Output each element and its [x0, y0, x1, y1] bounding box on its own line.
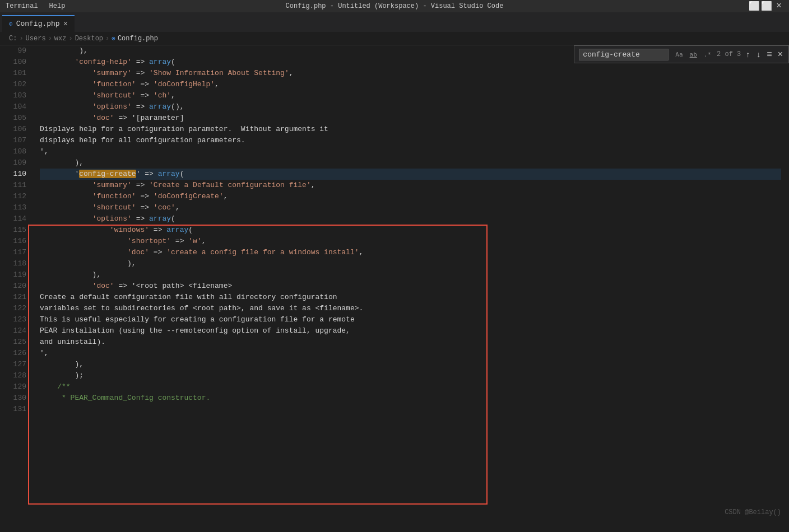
code-line: ', [40, 348, 781, 359]
code-line: 'function' => 'doConfigHelp', [40, 79, 781, 90]
php-icon: ⊙ [112, 35, 115, 42]
code-line: ); [40, 370, 781, 381]
search-next-button[interactable]: ↓ [755, 50, 762, 59]
search-prev-button[interactable]: ↑ [744, 50, 751, 59]
scrollbar[interactable] [781, 45, 789, 532]
code-line: This is useful especially for creating a… [40, 314, 781, 325]
code-line: 'doc' => '[parameter] [40, 113, 781, 124]
code-line: * PEAR_Command_Config constructor. [40, 393, 781, 404]
code-line: Displays help for a configuration parame… [40, 124, 781, 135]
breadcrumb-desktop[interactable]: Desktop [75, 35, 103, 43]
tab-label: Config.php [16, 20, 60, 28]
search-count: 2 of 3 [717, 50, 741, 58]
tab-config-php[interactable]: ⊙ Config.php × [2, 15, 75, 32]
search-options: Aa ab .* [673, 50, 713, 59]
code-editor[interactable]: 9910010110210310410510610710810911011111… [0, 45, 789, 532]
code-line: 'doc' => '<root path> <filename> [40, 281, 781, 292]
code-line: ), [40, 157, 781, 169]
code-line: 'function' => 'doConfigCreate', [40, 191, 781, 202]
breadcrumb-wxz[interactable]: wxz [54, 35, 67, 43]
search-close-button[interactable]: × [777, 49, 784, 59]
whole-word-button[interactable]: ab [688, 50, 699, 59]
code-line: 'shortcut' => 'ch', [40, 90, 781, 101]
search-input[interactable] [579, 49, 669, 60]
editor-container: Aa ab .* 2 of 3 ↑ ↓ ≡ × 9910010110210310… [0, 45, 789, 532]
line-numbers: 9910010110210310410510610710810911011111… [0, 45, 31, 532]
tab-bar: ⊙ Config.php × [0, 12, 789, 32]
code-line: variables set to subdirectories of <root… [40, 303, 781, 314]
code-line: 'config-create' => array( [40, 169, 781, 180]
close-window-icon[interactable]: × [774, 2, 783, 11]
code-line: ', [40, 146, 781, 157]
window-controls[interactable]: ⬜ ⬜ × [750, 2, 783, 11]
code-line: ), [40, 258, 781, 269]
menu-terminal[interactable]: Terminal [6, 2, 38, 10]
breadcrumb: C: › Users › wxz › Desktop › ⊙ Config.ph… [0, 32, 789, 45]
match-case-button[interactable]: Aa [673, 50, 685, 59]
watermark: CSDN @Beilay() [725, 508, 781, 516]
code-line: PEAR installation (using the --remotecon… [40, 325, 781, 337]
code-line: 'summary' => 'Show Information About Set… [40, 68, 781, 79]
php-file-icon: ⊙ [9, 20, 13, 27]
code-line: ), [40, 359, 781, 370]
maximize-icon[interactable]: ⬜ [762, 2, 771, 11]
code-line: 'options' => array(), [40, 101, 781, 113]
code-line: ), [40, 269, 781, 281]
code-line: displays help for all configuration para… [40, 135, 781, 146]
regex-button[interactable]: .* [702, 50, 713, 59]
tab-close-button[interactable]: × [63, 20, 68, 29]
code-line: and uninstall). [40, 337, 781, 348]
breadcrumb-c[interactable]: C: [9, 35, 17, 43]
code-line: 'doc' => 'create a config file for a win… [40, 247, 781, 258]
code-line: 'windows' => array( [40, 225, 781, 236]
code-line: 'shortopt' => 'w', [40, 236, 781, 247]
breadcrumb-users[interactable]: Users [26, 35, 46, 43]
code-area[interactable]: ), 'config-help' => array( 'summary' => … [31, 45, 781, 532]
minimize-icon[interactable]: ⬜ [750, 2, 759, 11]
code-line: 'summary' => 'Create a Default configura… [40, 180, 781, 191]
code-line: /** [40, 381, 781, 393]
menu-help[interactable]: Help [49, 2, 66, 10]
search-widget: Aa ab .* 2 of 3 ↑ ↓ ≡ × [574, 45, 789, 63]
code-line: Create a default configuration file with… [40, 292, 781, 303]
code-line: 'options' => array( [40, 213, 781, 225]
window-title: Config.php - Untitled (Workspace) - Visu… [286, 2, 504, 10]
top-bar: Terminal Help Config.php - Untitled (Wor… [0, 0, 789, 12]
code-line: 'shortcut' => 'coc', [40, 202, 781, 213]
breadcrumb-file[interactable]: ⊙ Config.php [112, 35, 158, 43]
menu-bar: Terminal Help [6, 2, 65, 10]
search-menu-button[interactable]: ≡ [765, 49, 773, 59]
